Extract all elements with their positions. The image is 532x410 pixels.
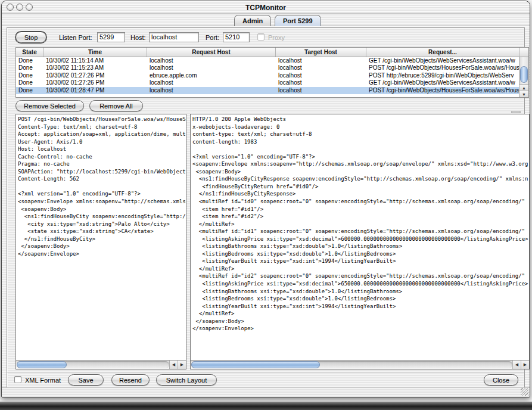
request-code-line: Content-Type: text/xml; charset=utf-8 [18,123,186,131]
response-horizontal-scrollbar[interactable]: ◀ ▶ [191,360,529,369]
table-header: State Time Request Host Target Host Requ… [16,48,528,57]
scroll-left-arrow-icon[interactable]: ◀ [169,361,178,369]
splitter-handle[interactable] [511,111,521,113]
scroll-right-arrow-icon[interactable]: ▶ [178,361,186,369]
port-label: Port: [206,34,219,41]
response-scroll-track[interactable] [191,361,512,368]
port-input[interactable]: 5210 [223,32,250,42]
request-code-line: </soapenv:Envelope> [18,250,186,258]
cell-request: POST /cgi-bin/WebObjects/HousesForSale.w… [366,64,519,72]
request-code-line: <soapenv:Body> [18,206,186,213]
response-code-line: content-type: text/xml; charset=utf-8 [192,131,529,138]
response-code-line: <findHouseByCityReturn href="#id0"/> [192,183,529,191]
tcpmonitor-window: TCPMonitor Admin Port 5299 Stop Listen P… [1,1,530,397]
column-header-request[interactable]: Request... [366,48,519,57]
request-code-line: Pragma: no-cache [18,160,186,168]
switch-layout-button[interactable]: Switch Layout [156,374,217,386]
cell-target-host: localhost [276,79,366,86]
response-code-line: <listingBedrooms xsi:type="xsd:double">1… [192,250,529,258]
table-row[interactable]: Done 10/30/02 01:27:26 PM ebruce.apple.c… [16,72,519,79]
request-scroll-track[interactable] [17,361,169,368]
response-scroll-thumb[interactable] [191,361,320,368]
column-header-target-host[interactable]: Target Host [276,48,366,57]
column-header-request-host[interactable]: Request Host [147,48,276,57]
resend-button[interactable]: Resend [111,374,150,386]
stop-button-label: Stop [24,34,38,41]
save-button[interactable]: Save [68,374,104,386]
table-row[interactable]: Done 10/30/02 11:15:14 AM localhost loca… [16,57,519,64]
response-code-line: content-length: 1983 [192,138,529,146]
request-scroll-thumb[interactable] [17,361,67,368]
response-code-line: x-webobjects-loadaverage: 0 [192,123,529,131]
scroll-up-arrow-icon[interactable]: ▲ [519,84,528,91]
xml-format-checkbox[interactable] [14,376,21,383]
remove-selected-button[interactable]: Remove Selected [15,100,84,111]
table-row[interactable]: Done 10/30/02 11:15:23 AM localhost loca… [16,64,519,72]
scroll-left-arrow-icon[interactable]: ◀ [512,361,521,369]
save-button-label: Save [78,377,93,384]
title-bar[interactable]: TCPMonitor [2,1,530,14]
remove-selected-label: Remove Selected [24,102,76,110]
listen-port-label: Listen Port: [59,34,92,41]
cell-state: Done [16,57,43,64]
cell-time: 10/30/02 11:15:23 AM [43,64,147,72]
request-text-pane[interactable]: POST /cgi-bin/WebObjects/HousesForSale.w… [15,114,186,369]
close-button[interactable]: Close [484,374,518,386]
proxy-checkbox[interactable] [257,33,265,41]
host-input[interactable]: localhost [149,32,199,42]
tab-port-5299[interactable]: Port 5299 [275,15,321,26]
switch-layout-button-label: Switch Layout [166,377,207,384]
host-label: Host: [130,34,146,41]
response-code-line: </soapenv:Envelope> [192,325,529,333]
column-header-time[interactable]: Time [43,48,147,57]
cell-target-host: localhost [276,72,366,79]
response-code-line: </multiRef> [192,310,529,318]
response-code-line: <listingAskingPrice xsi:type="xsd:decima… [192,280,529,288]
response-code-line: </ns1:findHouseByCityResponse> [192,190,529,198]
request-code-line: Cache-Control: no-cache [18,153,186,161]
column-header-state[interactable]: State [16,48,43,57]
table-row-selected[interactable]: Done 10/30/02 01:28:47 PM localhost loca… [16,87,519,94]
bottom-toolbar: XML Format Save Resend Switch Layout Clo… [7,372,524,387]
cell-target-host: localhost [276,57,366,64]
scroll-right-arrow-icon[interactable]: ▶ [521,361,529,369]
cell-time: 10/30/02 01:27:26 PM [43,79,147,86]
response-code-line: <listingBedrooms xsi:type="xsd:double">1… [192,295,529,303]
cell-request: GET /cgi-bin/WebObjects/WebServicesAssis… [366,79,519,86]
table-row[interactable]: Done 10/30/02 01:27:26 PM localhost loca… [16,79,519,86]
cell-time: 10/30/02 11:15:14 AM [43,57,147,64]
request-text: POST /cgi-bin/WebObjects/HousesForSale.w… [18,116,186,359]
remove-all-button[interactable]: Remove All [89,100,143,111]
response-code-line: <multiRef id="id1" soapenc:root="0" soap… [192,228,529,235]
table-vertical-scrollbar[interactable]: ▲ ▼ [519,57,528,97]
stop-button[interactable]: Stop [15,32,46,43]
response-code-line: <listingYearBuilt xsi:type="xsd:int">199… [192,303,529,310]
cell-request-host: localhost [147,79,276,86]
cell-request-host: localhost [147,64,276,72]
response-code-line: <listingYearBuilt xsi:type="xsd:int">199… [192,257,529,265]
response-code-line: <ns1:findHouseByCityResponse soapenv:enc… [192,175,529,183]
desktop: TCPMonitor Admin Port 5299 Stop Listen P… [0,0,532,410]
listen-port-input[interactable]: 5299 [97,32,125,42]
response-code-line: HTTP/1.0 200 Apple WebObjects [192,116,529,123]
request-horizontal-scrollbar[interactable]: ◀ ▶ [16,360,186,369]
table-scrollbar-thumb[interactable] [520,66,528,83]
xml-format-label: XML Format [25,377,61,384]
proxy-label: Proxy [268,34,285,41]
response-code-line [192,145,529,153]
response-code-line: </soapenv:Body> [192,318,529,325]
response-text: HTTP/1.0 200 Apple WebObjectsx-webobject… [192,116,529,359]
cell-request: POST /cgi-bin/WebObjects/HousesForSale.w… [366,87,519,94]
request-code-line: POST /cgi-bin/WebObjects/HousesForSale.w… [18,116,186,123]
resize-grip-icon[interactable] [521,388,528,396]
cell-time: 10/30/02 01:27:26 PM [43,72,147,79]
cell-target-host: localhost [276,87,366,94]
tab-admin[interactable]: Admin [234,15,271,26]
window-footer [2,387,530,397]
request-code-line: Content-Length: 562 [18,175,186,183]
request-code-line: Accept: application/soap+xml, applicatio… [18,131,186,138]
scroll-down-arrow-icon[interactable]: ▼ [519,91,528,97]
response-text-pane[interactable]: HTTP/1.0 200 Apple WebObjectsx-webobject… [190,114,530,369]
cell-request: GET /cgi-bin/WebObjects/WebServicesAssis… [366,57,519,64]
request-code-line: </soapenv:Body> [18,243,186,250]
